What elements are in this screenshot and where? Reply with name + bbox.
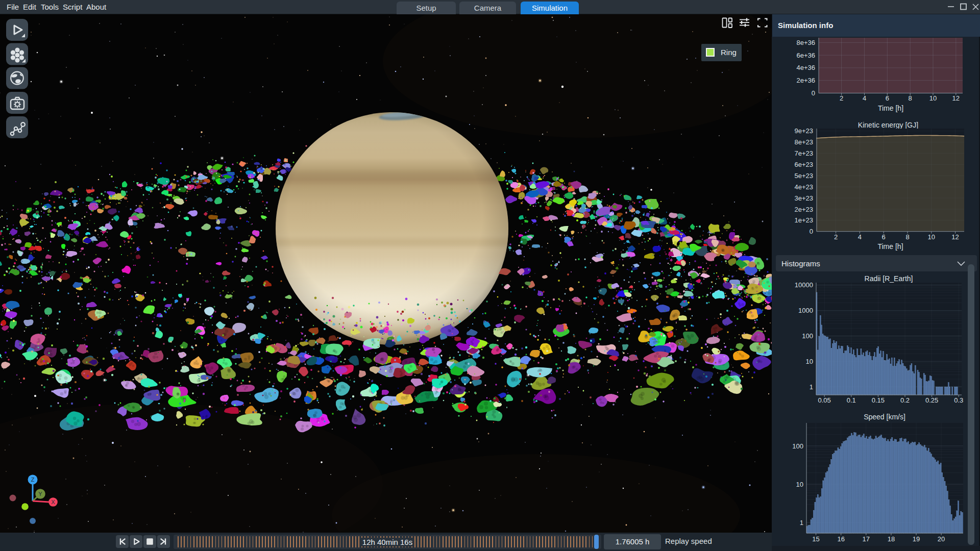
svg-text:20: 20 bbox=[938, 535, 945, 543]
svg-text:1: 1 bbox=[800, 519, 803, 527]
svg-text:0.15: 0.15 bbox=[872, 396, 885, 404]
svg-text:10: 10 bbox=[806, 358, 813, 365]
svg-text:0: 0 bbox=[810, 228, 813, 235]
svg-text:0: 0 bbox=[812, 89, 815, 97]
svg-text:17: 17 bbox=[863, 535, 870, 543]
svg-text:0.2: 0.2 bbox=[900, 396, 910, 404]
svg-text:6: 6 bbox=[882, 233, 886, 241]
svg-text:12: 12 bbox=[951, 233, 959, 241]
svg-text:0.05: 0.05 bbox=[818, 396, 831, 404]
svg-text:2e+23: 2e+23 bbox=[794, 206, 813, 213]
svg-text:6e+36: 6e+36 bbox=[796, 52, 815, 59]
svg-text:19: 19 bbox=[913, 535, 920, 543]
svg-text:0.3: 0.3 bbox=[954, 396, 963, 404]
svg-text:10000: 10000 bbox=[795, 281, 813, 289]
svg-text:4: 4 bbox=[863, 94, 866, 102]
svg-text:100: 100 bbox=[802, 332, 813, 340]
svg-text:12: 12 bbox=[952, 94, 960, 102]
svg-text:1e+23: 1e+23 bbox=[794, 216, 813, 224]
svg-text:Radii [R_Earth]: Radii [R_Earth] bbox=[865, 274, 913, 283]
svg-text:18: 18 bbox=[888, 535, 895, 543]
svg-text:Y: Y bbox=[38, 491, 42, 497]
svg-text:Time [h]: Time [h] bbox=[877, 242, 903, 251]
svg-text:2: 2 bbox=[834, 233, 838, 241]
svg-text:8: 8 bbox=[909, 94, 912, 102]
svg-text:Speed [km/s]: Speed [km/s] bbox=[864, 413, 905, 421]
svg-text:8e+36: 8e+36 bbox=[796, 39, 815, 46]
svg-text:9e+23: 9e+23 bbox=[794, 127, 813, 135]
svg-text:10: 10 bbox=[928, 233, 935, 241]
svg-text:4e+36: 4e+36 bbox=[796, 64, 815, 71]
svg-text:100: 100 bbox=[792, 442, 803, 450]
svg-text:8e+23: 8e+23 bbox=[794, 138, 813, 146]
svg-text:X: X bbox=[51, 499, 55, 505]
svg-text:3e+23: 3e+23 bbox=[794, 194, 813, 202]
svg-text:2e+36: 2e+36 bbox=[796, 77, 815, 84]
svg-text:0.1: 0.1 bbox=[847, 396, 856, 404]
svg-text:Z: Z bbox=[31, 477, 35, 483]
svg-text:15: 15 bbox=[812, 535, 819, 543]
svg-text:10: 10 bbox=[929, 94, 937, 102]
svg-text:16: 16 bbox=[837, 535, 844, 543]
svg-text:5e+23: 5e+23 bbox=[794, 172, 813, 180]
svg-text:Histograms: Histograms bbox=[781, 259, 820, 268]
svg-text:7e+23: 7e+23 bbox=[794, 149, 813, 157]
svg-text:4e+23: 4e+23 bbox=[794, 183, 813, 191]
svg-text:Time [h]: Time [h] bbox=[878, 104, 903, 112]
svg-text:1: 1 bbox=[810, 383, 813, 391]
svg-text:2: 2 bbox=[840, 94, 843, 102]
svg-text:10: 10 bbox=[796, 481, 803, 488]
svg-text:Kinetic energy [GJ]: Kinetic energy [GJ] bbox=[858, 121, 918, 129]
svg-text:6e+23: 6e+23 bbox=[794, 161, 813, 168]
svg-text:0.25: 0.25 bbox=[925, 396, 938, 404]
svg-text:6: 6 bbox=[886, 94, 889, 102]
svg-text:1000: 1000 bbox=[798, 307, 813, 314]
svg-text:8: 8 bbox=[905, 233, 909, 241]
svg-text:4: 4 bbox=[858, 233, 862, 241]
